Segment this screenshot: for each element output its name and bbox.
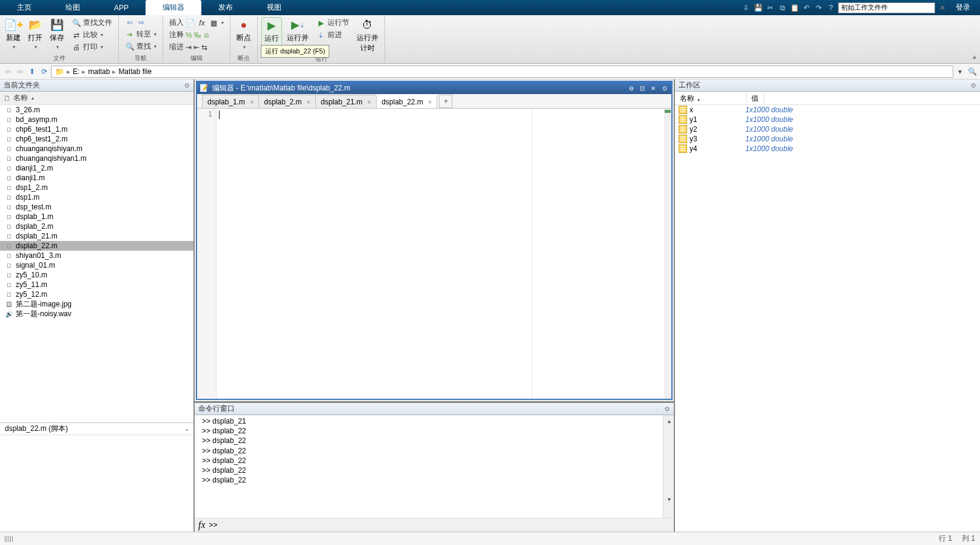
fx-icon[interactable]: fx [198, 520, 206, 530]
workspace-var[interactable]: y21x1000 double [675, 124, 980, 134]
comment-button[interactable]: 注释 % ‰ ⦻ [167, 29, 226, 41]
file-item[interactable]: 🗋dsplab_1.m [0, 212, 193, 222]
find-button[interactable]: 🔍查找▾ [122, 41, 159, 52]
file-item[interactable]: 🗋dsp1_2.m [0, 183, 193, 192]
tab-close-icon[interactable]: × [307, 98, 310, 106]
file-item[interactable]: 🗋chuanganqishiyan.m [0, 144, 193, 154]
workspace-list[interactable]: x1x1000 doubley11x1000 doubley21x1000 do… [675, 105, 980, 532]
nav-back-button[interactable]: ⇦⇨ [122, 17, 159, 28]
help-icon[interactable]: ? [826, 3, 836, 13]
main-tab-4[interactable]: 发布 [201, 0, 250, 15]
clear-search-icon[interactable]: ✕ [938, 3, 947, 13]
file-item[interactable]: 🗋zy5_10.m [0, 270, 193, 280]
nav-up-icon[interactable]: ⬆ [27, 66, 38, 77]
file-item[interactable]: 🗋3_26.m [0, 105, 193, 115]
ws-value-col[interactable]: 值 [747, 92, 764, 104]
nav-refresh-icon[interactable]: ⟳ [39, 66, 50, 77]
detail-panel: dsplab_22.m (脚本) ⌄ [0, 422, 193, 532]
save-icon[interactable]: 💾 [753, 3, 763, 13]
panel-menu-icon[interactable]: ⊙ [183, 81, 191, 90]
cmd-input-row[interactable]: fx >> [195, 518, 674, 532]
editor-tab[interactable]: dsplab_22.m× [376, 95, 437, 108]
workspace-menu-icon[interactable]: ⊙ [969, 81, 978, 90]
file-item[interactable]: 🗋chp6_test1_1.m [0, 124, 193, 134]
cmd-menu-icon[interactable]: ⊙ [663, 405, 671, 413]
scroll-down-icon[interactable]: ▾ [663, 493, 674, 504]
workspace-var[interactable]: y11x1000 double [675, 115, 980, 124]
file-item[interactable]: 🗋chuanganqishiyan1.m [0, 154, 193, 163]
group-file-label: 文件 [4, 54, 115, 64]
minimize-icon[interactable]: ⊖ [626, 84, 636, 92]
detail-title: dsplab_22.m (脚本) [5, 424, 68, 434]
main-tab-3[interactable]: 编辑器 [146, 0, 201, 15]
minimap[interactable] [664, 109, 671, 399]
path-search-icon[interactable]: 🔍 [967, 66, 978, 77]
file-item[interactable]: 🗋dsplab_2.m [0, 222, 193, 231]
tab-add-button[interactable]: + [439, 95, 452, 108]
ws-name-col[interactable]: 名称 ▴ [675, 92, 747, 104]
editor-menu-icon[interactable]: ⊙ [660, 84, 669, 92]
cmd-output[interactable]: >> dsplab_21>> dsplab_22>> dsplab_22>> d… [195, 415, 663, 518]
breakpoints-button[interactable]: ●断点▾ [234, 17, 253, 51]
maximize-icon[interactable]: ⊡ [637, 84, 647, 92]
workspace-panel: 工作区 ⊙ 名称 ▴ 值 x1x1000 doubley11x1000 doub… [674, 80, 980, 532]
main-tab-5[interactable]: 视图 [250, 0, 298, 15]
file-item[interactable]: 🗋dsplab_21.m [0, 231, 193, 241]
file-item[interactable]: 🗋dianji1_2.m [0, 163, 193, 173]
toolstrip-collapse-icon[interactable]: ▴ [973, 52, 976, 61]
run-time-button[interactable]: ⏱运行并 计时 [354, 17, 381, 55]
file-item[interactable]: 🗋dsplab_22.m [0, 241, 193, 251]
editor-body[interactable]: 1 [197, 109, 671, 399]
print-button[interactable]: 🖨打印▾ [69, 41, 115, 53]
insert-button[interactable]: 插入 📄fx▦▾ [167, 17, 226, 29]
detail-collapse-icon[interactable]: ⌄ [183, 425, 191, 433]
undo-icon[interactable]: ↶ [802, 3, 811, 13]
workspace-var[interactable]: y31x1000 double [675, 134, 980, 144]
file-item[interactable]: 🗋bd_asymp.m [0, 115, 193, 124]
run-section-button[interactable]: ▶运行节 [314, 17, 352, 29]
editor-tab[interactable]: dsplab_1.m× [202, 95, 259, 108]
file-item[interactable]: 🗋chp6_test1_2.m [0, 134, 193, 144]
scroll-up-icon[interactable]: ▴ [663, 415, 674, 426]
workspace-var[interactable]: x1x1000 double [675, 105, 980, 115]
indent-button[interactable]: 缩进 ⇥ ⇤ ⇆ [167, 41, 226, 53]
file-item[interactable]: 🗋zy5_12.m [0, 289, 193, 299]
step-button[interactable]: ⇣前进 [314, 29, 352, 41]
file-item[interactable]: 🗋zy5_11.m [0, 280, 193, 289]
file-item[interactable]: 🗋dianji1.m [0, 173, 193, 183]
file-item[interactable]: 🗋signal_01.m [0, 260, 193, 270]
cmd-scrollbar[interactable]: ▴ ▾ [663, 415, 674, 518]
editor-tab[interactable]: dsplab_2.m× [258, 95, 315, 108]
code-area[interactable] [216, 109, 664, 399]
open-button[interactable]: 📂打开▾ [25, 17, 45, 51]
import-icon[interactable]: ⇩ [741, 3, 751, 13]
file-item[interactable]: 🗋dsp1.m [0, 192, 193, 202]
goto-button[interactable]: ➜转至▾ [122, 29, 159, 40]
file-item[interactable]: 🖼第二题-image.jpg [0, 299, 193, 309]
nav-back-icon[interactable]: ⇦ [2, 66, 13, 77]
workspace-var[interactable]: y41x1000 double [675, 144, 980, 154]
main-tab-1[interactable]: 绘图 [49, 0, 97, 15]
login-button[interactable]: 登录 [950, 2, 976, 13]
nav-fwd-icon[interactable]: ⇨ [15, 66, 25, 77]
main-tab-2[interactable]: APP [97, 0, 146, 15]
compare-button[interactable]: ⇄比较▾ [69, 29, 115, 41]
file-list[interactable]: 🗋3_26.m🗋bd_asymp.m🗋chp6_test1_1.m🗋chp6_t… [0, 105, 193, 422]
folder-icon: 📁 [55, 67, 64, 76]
file-item[interactable]: 🔊第一题-noisy.wav [0, 309, 193, 319]
main-tab-0[interactable]: 主页 [0, 0, 49, 15]
tab-close-icon[interactable]: × [428, 98, 432, 106]
close-icon[interactable]: ✕ [648, 84, 658, 92]
editor-tab[interactable]: dsplab_21.m× [315, 95, 377, 108]
save-button[interactable]: 💾保存▾ [47, 17, 67, 51]
tab-close-icon[interactable]: × [368, 98, 371, 106]
find-files-button[interactable]: 🔍查找文件 [69, 17, 115, 29]
doc-search-input[interactable] [838, 2, 935, 13]
path-dropdown-icon[interactable]: ▾ [955, 66, 965, 77]
tab-close-icon[interactable]: × [250, 98, 253, 106]
path-input[interactable]: 📁 ▸ E: ▸ matlab ▸ Matlab file [51, 66, 953, 78]
name-column[interactable]: 名称 [13, 93, 28, 103]
file-item[interactable]: 🗋dsp_test.m [0, 202, 193, 212]
file-item[interactable]: 🗋shiyan01_3.m [0, 251, 193, 260]
new-button[interactable]: 📄✚新建▾ [4, 17, 23, 51]
